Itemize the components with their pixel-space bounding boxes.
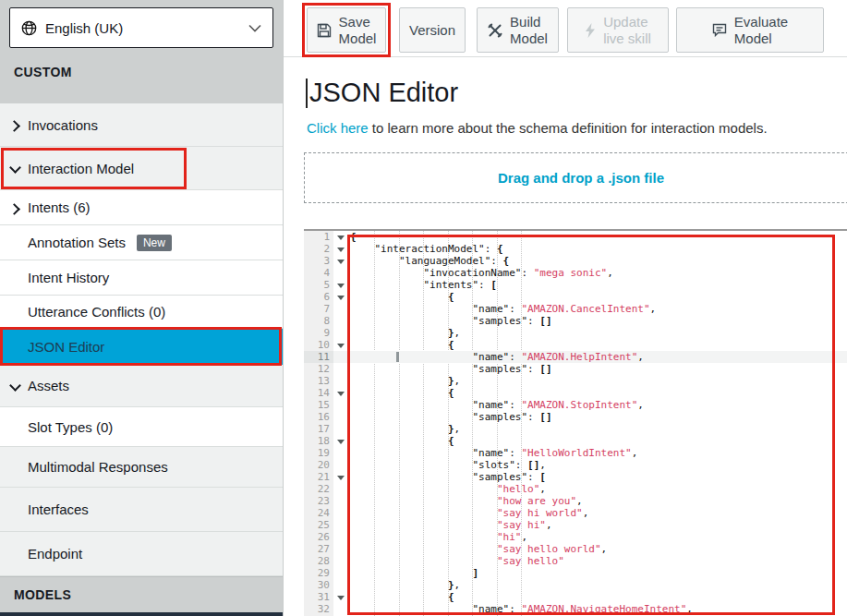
code-text[interactable]: "name": "AMAZON.CancelIntent", — [348, 303, 847, 315]
sidebar-item-utterance-conflicts-0[interactable]: Utterance Conflicts (0) — [0, 296, 283, 329]
code-text[interactable]: { — [348, 291, 847, 303]
code-text[interactable]: "invocationName": "mega sonic", — [348, 267, 847, 279]
sidebar-item-multimodal-responses[interactable]: Multimodal Responses — [0, 447, 283, 488]
code-text[interactable]: { — [348, 231, 847, 243]
code-line[interactable]: 1{ — [304, 231, 847, 243]
code-text[interactable]: { — [348, 387, 847, 399]
sidebar-item-endpoint[interactable]: Endpoint — [0, 532, 283, 576]
code-text[interactable]: "say hello world", — [348, 543, 847, 555]
code-text[interactable]: }, — [348, 375, 847, 387]
code-line[interactable]: 11 "name": "AMAZON.HelpIntent", — [304, 351, 847, 363]
code-line[interactable]: 8 "samples": [] — [304, 315, 847, 327]
evaluate-model-button[interactable]: Evaluate Model — [676, 7, 824, 53]
version-button[interactable]: Version — [399, 7, 466, 53]
sidebar-item-intent-history[interactable]: Intent History — [0, 260, 283, 296]
code-text[interactable]: "name": "AMAZON.NavigateHomeIntent", — [348, 603, 847, 615]
line-number: 15 — [304, 399, 333, 411]
line-number: 1 — [304, 231, 333, 243]
save-model-button[interactable]: Save Model — [307, 7, 386, 53]
code-line[interactable]: 15 "name": "AMAZON.StopIntent", — [304, 399, 847, 411]
code-text[interactable]: "hello", — [348, 483, 847, 495]
code-text[interactable]: "name": "AMAZON.HelpIntent", — [348, 351, 847, 363]
build-model-button[interactable]: Build Model — [477, 7, 559, 53]
click-here-link[interactable]: Click here — [307, 120, 369, 136]
code-line[interactable]: 9 }, — [304, 327, 847, 339]
code-text[interactable]: "hi", — [348, 531, 847, 543]
code-text[interactable]: { — [348, 339, 847, 351]
code-line[interactable]: 20 "slots": [], — [304, 459, 847, 471]
code-text[interactable]: "slots": [], — [348, 459, 847, 471]
code-text[interactable]: "samples": [] — [348, 315, 847, 327]
code-text[interactable]: { — [348, 435, 847, 447]
code-text[interactable]: "say hi world", — [348, 507, 847, 519]
line-number: 24 — [304, 507, 333, 519]
code-line[interactable]: 5 "intents": [ — [304, 279, 847, 291]
code-text[interactable]: ] — [348, 567, 847, 579]
sidebar-item-slot-types-0[interactable]: Slot Types (0) — [0, 407, 283, 447]
fold-widget[interactable] — [333, 279, 348, 291]
sidebar-item-intents-6[interactable]: Intents (6) — [0, 190, 283, 225]
json-dropzone[interactable]: Drag and drop a .json file — [304, 152, 847, 203]
line-number: 19 — [304, 447, 333, 459]
code-line[interactable]: 12 "samples": [] — [304, 363, 847, 375]
fold-widget[interactable] — [333, 231, 348, 243]
code-text[interactable]: }, — [348, 423, 847, 435]
code-line[interactable]: 31 { — [304, 591, 847, 603]
code-line[interactable]: 13 }, — [304, 375, 847, 387]
code-line[interactable]: 4 "invocationName": "mega sonic", — [304, 267, 847, 279]
code-line[interactable]: 6 { — [304, 291, 847, 303]
sidebar-item-invocations[interactable]: Invocations — [0, 103, 283, 147]
sidebar-item-json-editor[interactable]: JSON Editor — [0, 329, 283, 365]
code-editor[interactable]: 1{2 "interactionModel": {3 "languageMode… — [304, 229, 847, 616]
fold-widget[interactable] — [333, 435, 348, 447]
code-line[interactable]: 32 "name": "AMAZON.NavigateHomeIntent", — [304, 603, 847, 615]
code-line[interactable]: 30 }, — [304, 579, 847, 591]
fold-widget[interactable] — [333, 387, 348, 399]
sidebar-item-annotation-sets[interactable]: Annotation SetsNew — [0, 225, 283, 260]
fold-widget[interactable] — [333, 291, 348, 303]
code-text[interactable]: "samples": [] — [348, 363, 847, 375]
fold-widget[interactable] — [333, 471, 348, 483]
code-line[interactable]: 26 "hi", — [304, 531, 847, 543]
code-line[interactable]: 14 { — [304, 387, 847, 399]
code-line[interactable]: 7 "name": "AMAZON.CancelIntent", — [304, 303, 847, 315]
code-text[interactable]: "name": "HelloWorldIntent", — [348, 447, 847, 459]
code-line[interactable]: 25 "say hi", — [304, 519, 847, 531]
code-line[interactable]: 24 "say hi world", — [304, 507, 847, 519]
fold-widget[interactable] — [333, 339, 348, 351]
code-text[interactable]: "how are you", — [348, 495, 847, 507]
code-text[interactable]: "samples": [ — [348, 471, 847, 483]
code-line[interactable]: 29 ] — [304, 567, 847, 579]
code-text[interactable]: "say hello" — [348, 555, 847, 567]
sidebar-item-interfaces[interactable]: Interfaces — [0, 488, 283, 532]
code-line[interactable]: 10 { — [304, 339, 847, 351]
code-line[interactable]: 28 "say hello" — [304, 555, 847, 567]
code-line[interactable]: 27 "say hello world", — [304, 543, 847, 555]
code-text[interactable]: { — [348, 591, 847, 603]
fold-widget[interactable] — [333, 591, 348, 603]
code-line[interactable]: 3 "languageModel": { — [304, 255, 847, 267]
code-text[interactable]: "name": "AMAZON.StopIntent", — [348, 399, 847, 411]
fold-widget — [333, 447, 348, 459]
code-text[interactable]: "interactionModel": { — [348, 243, 847, 255]
code-text[interactable]: "languageModel": { — [348, 255, 847, 267]
code-text[interactable]: "intents": [ — [348, 279, 847, 291]
code-text[interactable]: "samples": [] — [348, 411, 847, 423]
sidebar-item-assets[interactable]: Assets — [0, 365, 283, 407]
fold-widget[interactable] — [333, 255, 348, 267]
code-text[interactable]: }, — [348, 579, 847, 591]
code-line[interactable]: 19 "name": "HelloWorldIntent", — [304, 447, 847, 459]
code-line[interactable]: 23 "how are you", — [304, 495, 847, 507]
code-line[interactable]: 16 "samples": [] — [304, 411, 847, 423]
sidebar-item-label: Annotation Sets — [28, 235, 126, 250]
fold-widget[interactable] — [333, 243, 348, 255]
code-line[interactable]: 18 { — [304, 435, 847, 447]
code-text[interactable]: }, — [348, 327, 847, 339]
sidebar-item-interaction-model[interactable]: Interaction Model — [0, 147, 283, 190]
code-line[interactable]: 17 }, — [304, 423, 847, 435]
code-text[interactable]: "say hi", — [348, 519, 847, 531]
code-line[interactable]: 21 "samples": [ — [304, 471, 847, 483]
language-selector[interactable]: English (UK) — [9, 7, 273, 48]
code-line[interactable]: 2 "interactionModel": { — [304, 243, 847, 255]
code-line[interactable]: 22 "hello", — [304, 483, 847, 495]
